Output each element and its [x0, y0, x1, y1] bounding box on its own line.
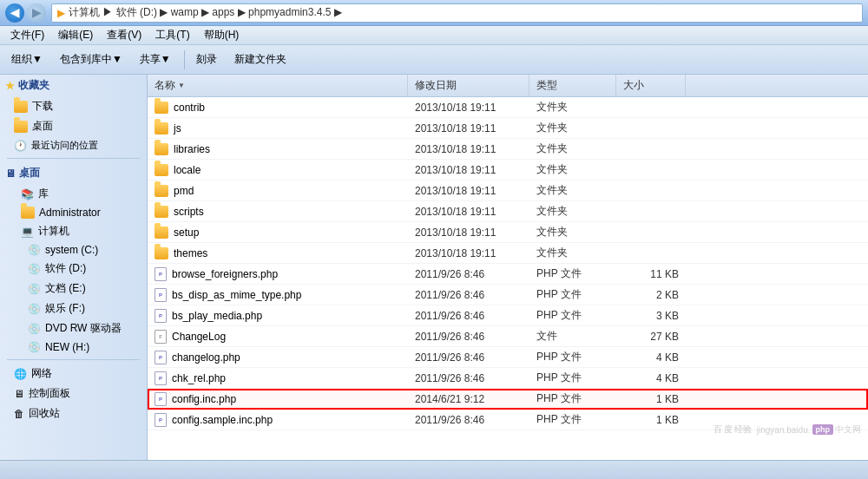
watermark-php-badge: php — [812, 424, 834, 435]
sidebar-item-drive-f[interactable]: 💿 娱乐 (F:) — [0, 299, 147, 318]
sidebar-item-network[interactable]: 🌐 网络 — [0, 364, 147, 384]
column-header-name[interactable]: 名称 ▼ — [148, 75, 408, 96]
sidebar-item-recent[interactable]: 🕐 最近访问的位置 — [0, 136, 147, 154]
php-file-icon: P — [155, 413, 167, 427]
sidebar-item-download[interactable]: 下载 — [0, 96, 147, 116]
sidebar-divider — [7, 158, 140, 159]
table-row[interactable]: FChangeLog 2011/9/26 8:46 文件 27 KB — [148, 326, 868, 347]
table-row[interactable]: Pbs_disp_as_mime_type.php 2011/9/26 8:46… — [148, 285, 868, 305]
watermark-url: jingyan.baidu. — [757, 425, 811, 435]
column-header-type[interactable]: 类型 — [529, 75, 616, 96]
library-button[interactable]: 包含到库中▼ — [52, 49, 130, 71]
back-button[interactable]: ◀ — [5, 3, 24, 23]
network-icon: 🌐 — [14, 368, 27, 380]
address-icon: ▶ — [57, 7, 65, 19]
watermark-suffix: 中文网 — [835, 423, 861, 436]
folder-icon — [155, 247, 168, 259]
sidebar-item-dvd[interactable]: 💿 DVD RW 驱动器 — [0, 318, 147, 338]
clock-icon: 🕐 — [14, 140, 27, 152]
table-row[interactable]: js 2013/10/18 19:11 文件夹 — [148, 118, 868, 139]
sidebar-item-drive-c[interactable]: 💿 system (C:) — [0, 241, 147, 259]
star-icon: ★ — [5, 80, 15, 92]
php-file-icon: P — [155, 309, 167, 323]
sidebar: ★ 收藏夹 下载 桌面 🕐 最近访问的位置 🖥 桌面 📚 库 Administr… — [0, 75, 148, 460]
file-list-area: 名称 ▼ 修改日期 类型 大小 contrib 2013/10/18 19:11… — [148, 75, 868, 460]
menu-file[interactable]: 文件(F) — [3, 26, 51, 44]
table-row[interactable]: locale 2013/10/18 19:11 文件夹 — [148, 160, 868, 180]
sidebar-item-drive-d[interactable]: 💿 软件 (D:) — [0, 259, 147, 279]
drive-icon: 💿 — [28, 263, 41, 275]
title-bar: ◀ ▶ ▶ 计算机 ▶ 软件 (D:) ▶ wamp ▶ apps ▶ phpm… — [0, 0, 868, 26]
generic-file-icon: F — [155, 330, 167, 344]
table-row[interactable]: Pchk_rel.php 2011/9/26 8:46 PHP 文件 4 KB — [148, 368, 868, 389]
new-folder-button[interactable]: 新建文件夹 — [227, 49, 294, 71]
watermark-logo: 百 — [713, 423, 722, 436]
folder-icon — [155, 185, 168, 197]
table-row[interactable]: libraries 2013/10/18 19:11 文件夹 — [148, 139, 868, 160]
sidebar-item-administrator[interactable]: Administrator — [0, 204, 147, 221]
desktop-icon: 🖥 — [5, 167, 16, 180]
folder-icon — [21, 207, 35, 219]
burn-button[interactable]: 刻录 — [188, 49, 225, 71]
menu-bar: 文件(F) 编辑(E) 查看(V) 工具(T) 帮助(H) — [0, 26, 868, 45]
watermark-du: 度 — [724, 423, 733, 436]
drive-icon: 💿 — [28, 341, 41, 353]
folder-icon — [155, 122, 168, 135]
dvd-icon: 💿 — [28, 323, 41, 335]
php-file-icon: P — [155, 351, 167, 364]
drive-icon: 💿 — [28, 244, 41, 256]
toolbar: 组织▼ 包含到库中▼ 共享▼ 刻录 新建文件夹 — [0, 45, 868, 75]
organize-button[interactable]: 组织▼ — [3, 49, 50, 71]
drive-icon: 💿 — [28, 283, 41, 295]
php-file-icon: P — [155, 392, 167, 406]
recycle-icon: 🗑 — [14, 408, 24, 420]
folder-icon — [155, 164, 168, 176]
breadcrumb-text: 计算机 ▶ 软件 (D:) ▶ wamp ▶ apps ▶ phpmyadmin… — [69, 5, 342, 20]
php-file-icon: P — [155, 267, 167, 281]
folder-icon — [155, 206, 168, 218]
sidebar-item-computer[interactable]: 💻 计算机 — [0, 221, 147, 241]
menu-tools[interactable]: 工具(T) — [148, 26, 196, 44]
favorites-header[interactable]: ★ 收藏夹 — [0, 75, 147, 96]
folder-icon — [155, 226, 168, 239]
table-row[interactable]: Pchangelog.php 2011/9/26 8:46 PHP 文件 4 K… — [148, 347, 868, 368]
sidebar-divider-2 — [7, 359, 140, 360]
library-icon: 📚 — [21, 188, 34, 200]
table-row[interactable]: Pbrowse_foreigners.php 2011/9/26 8:46 PH… — [148, 264, 868, 285]
folder-icon — [155, 143, 168, 155]
php-file-icon: P — [155, 371, 167, 385]
watermark: 百 度 经验 jingyan.baidu. php 中文网 — [713, 423, 861, 436]
address-bar[interactable]: ▶ 计算机 ▶ 软件 (D:) ▶ wamp ▶ apps ▶ phpmyadm… — [51, 3, 863, 23]
php-file-icon: P — [155, 288, 167, 302]
watermark-jingyan: 经验 — [734, 423, 752, 436]
table-row[interactable]: pmd 2013/10/18 19:11 文件夹 — [148, 180, 868, 201]
table-row-highlighted[interactable]: Pconfig.inc.php 2014/6/21 9:12 PHP 文件 1 … — [148, 389, 868, 410]
share-button[interactable]: 共享▼ — [132, 49, 179, 71]
folder-icon — [155, 102, 168, 114]
table-row[interactable]: scripts 2013/10/18 19:11 文件夹 — [148, 201, 868, 222]
sidebar-item-drive-e[interactable]: 💿 文档 (E:) — [0, 279, 147, 299]
column-header-date[interactable]: 修改日期 — [408, 75, 529, 96]
column-header-size[interactable]: 大小 — [616, 75, 686, 96]
sidebar-item-desktop-fav[interactable]: 桌面 — [0, 116, 147, 136]
sort-arrow-name: ▼ — [178, 82, 185, 89]
menu-help[interactable]: 帮助(H) — [197, 26, 247, 44]
sidebar-item-recycle[interactable]: 🗑 回收站 — [0, 404, 147, 423]
control-panel-icon: 🖥 — [14, 388, 24, 400]
table-row[interactable]: contrib 2013/10/18 19:11 文件夹 — [148, 97, 868, 118]
menu-view[interactable]: 查看(V) — [100, 26, 148, 44]
table-row[interactable]: themes 2013/10/18 19:11 文件夹 — [148, 243, 868, 264]
table-row[interactable]: Pbs_play_media.php 2011/9/26 8:46 PHP 文件… — [148, 305, 868, 326]
drive-icon: 💿 — [28, 303, 41, 315]
sidebar-item-drive-h[interactable]: 💿 NEW (H:) — [0, 338, 147, 356]
table-row[interactable]: setup 2013/10/18 19:11 文件夹 — [148, 222, 868, 243]
computer-icon: 💻 — [21, 226, 34, 238]
folder-icon — [14, 101, 28, 113]
sidebar-item-control-panel[interactable]: 🖥 控制面板 — [0, 384, 147, 404]
forward-button[interactable]: ▶ — [27, 3, 46, 23]
folder-icon — [14, 121, 28, 133]
toolbar-separator — [184, 50, 185, 69]
sidebar-item-library[interactable]: 📚 库 — [0, 184, 147, 204]
menu-edit[interactable]: 编辑(E) — [51, 26, 100, 44]
desktop-header[interactable]: 🖥 桌面 — [0, 162, 147, 184]
